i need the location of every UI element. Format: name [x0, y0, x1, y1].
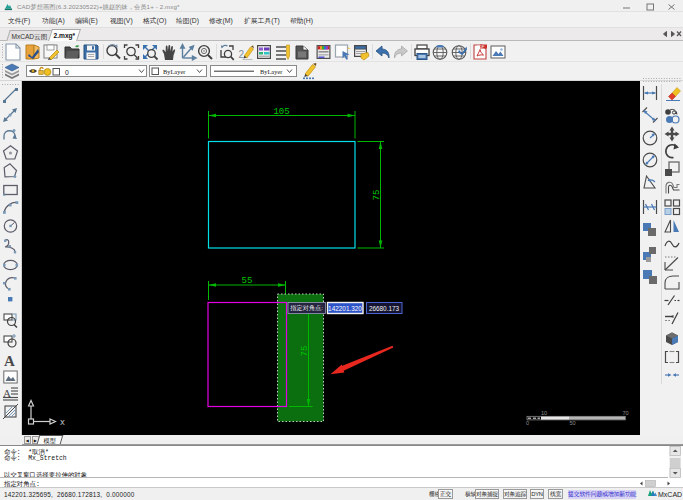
svg-text:0: 0 — [526, 420, 529, 426]
svg-text:PDF: PDF — [477, 45, 485, 49]
svg-text:10: 10 — [541, 410, 547, 416]
svg-text:70: 70 — [623, 410, 629, 416]
svg-text:X: X — [60, 418, 65, 427]
svg-text:指定对角点:: 指定对角点: — [289, 304, 323, 312]
svg-text:75: 75 — [300, 346, 310, 357]
svg-text:50: 50 — [570, 420, 576, 426]
svg-text:105: 105 — [273, 107, 289, 117]
svg-text:ByLayer: ByLayer — [163, 68, 186, 75]
svg-text:75: 75 — [372, 190, 382, 201]
svg-text:142201.320: 142201.320 — [328, 305, 362, 312]
svg-text:ByLayer: ByLayer — [260, 68, 283, 75]
svg-text:A: A — [4, 353, 15, 369]
svg-text:26680.173: 26680.173 — [369, 305, 400, 312]
svg-text:0: 0 — [65, 69, 69, 76]
svg-text:55: 55 — [242, 276, 253, 286]
